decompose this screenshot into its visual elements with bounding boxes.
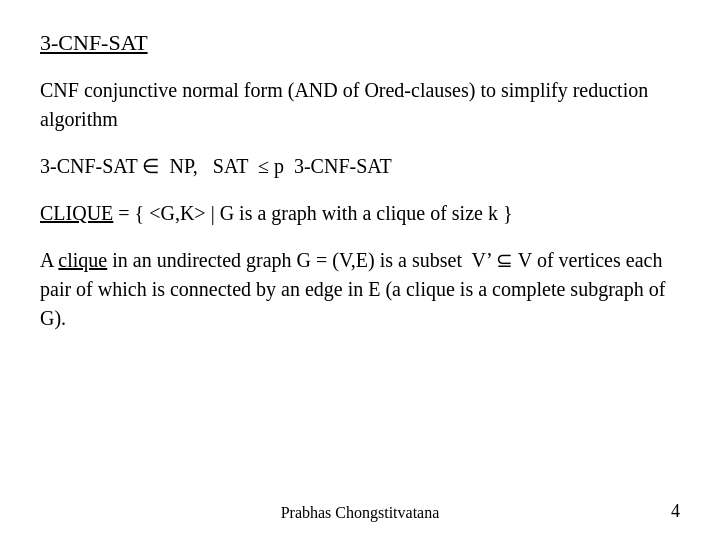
slide-title: 3-CNF-SAT [40, 30, 680, 56]
slide-container: 3-CNF-SAT CNF conjunctive normal form (A… [0, 0, 720, 540]
paragraph-cnf: CNF conjunctive normal form (AND of Ored… [40, 76, 680, 134]
clique-def-rest: = { <G,K> | G is a graph with a clique o… [113, 202, 512, 224]
para3-rest: in an undirected graph G = (V,E) is a su… [107, 249, 496, 271]
paragraph-clique-explain: A clique in an undirected graph G = (V,E… [40, 246, 680, 333]
page-number: 4 [671, 501, 680, 522]
footer: Prabhas Chongstitvatana [0, 504, 720, 522]
paragraph-clique-def: CLIQUE = { <G,K> | G is a graph with a c… [40, 199, 680, 228]
footer-text: Prabhas Chongstitvatana [281, 504, 440, 522]
para3-clique: clique [58, 249, 107, 271]
para3-intro: A [40, 249, 58, 271]
clique-word: CLIQUE [40, 202, 113, 224]
math-line: 3-CNF-SAT ∈ NP, SAT ≤ p 3-CNF-SAT [40, 152, 680, 181]
subset-symbol: ⊆ [496, 249, 513, 271]
math-text: 3-CNF-SAT ∈ NP, SAT ≤ p 3-CNF-SAT [40, 155, 392, 177]
